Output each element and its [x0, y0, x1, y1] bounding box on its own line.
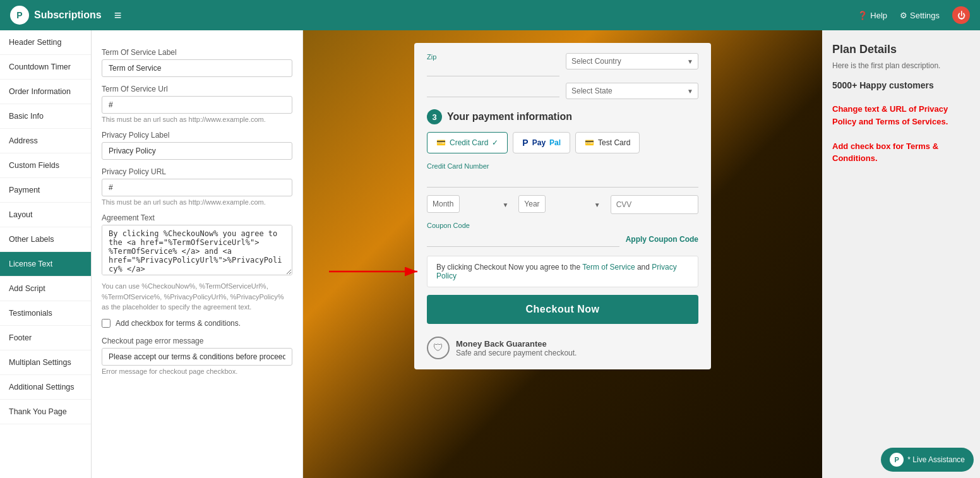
- guarantee-title: Money Back Guarantee: [456, 339, 577, 349]
- shield-icon: 🛡: [427, 337, 450, 359]
- tos-url-input[interactable]: [102, 96, 292, 114]
- privacy-label-input[interactable]: [102, 142, 292, 160]
- coupon-field: Coupon Code: [427, 222, 619, 247]
- sidebar-item-payment[interactable]: Payment: [0, 178, 91, 203]
- sidebar-item-add-script[interactable]: Add Script: [0, 277, 91, 301]
- guarantee-text: Safe and secure payment checkout.: [456, 349, 577, 357]
- year-select[interactable]: Year: [518, 195, 546, 213]
- sidebar-item-address[interactable]: Address: [0, 129, 91, 153]
- app-logo: P Subscriptions ≡: [10, 6, 858, 25]
- test-card-icon: 💳: [585, 138, 594, 147]
- agreement-container: By clicking Checkout Now you agree to th…: [427, 256, 698, 287]
- top-navigation: P Subscriptions ≡ ❓ Help ⚙ Settings ⏻: [0, 0, 980, 30]
- credit-card-label: Credit Card: [450, 138, 488, 147]
- country-select[interactable]: Select Country: [566, 53, 698, 69]
- agreement-text-input[interactable]: By clicking %CheckouNow% you agree to th…: [102, 225, 292, 275]
- sidebar-item-license-text[interactable]: License Text: [0, 252, 91, 277]
- annotation-line1: Change text & URL of Privacy: [832, 104, 948, 114]
- sidebar-item-basic-info[interactable]: Basic Info: [0, 104, 91, 129]
- terms-checkbox-label: Add checkbox for terms & conditions.: [116, 319, 241, 328]
- zip-input[interactable]: [427, 62, 559, 76]
- coupon-row: Coupon Code Apply Coupon Code: [427, 222, 698, 247]
- sidebar-item-thank-you-page[interactable]: Thank You Page: [0, 400, 91, 424]
- live-assist-icon: P: [890, 453, 904, 467]
- sidebar-item-testimonials[interactable]: Testimonials: [0, 301, 91, 326]
- year-select-wrapper: Year: [518, 195, 605, 214]
- month-select-wrapper: Month: [427, 195, 513, 214]
- live-assist-label: * Live Assistance: [907, 455, 965, 464]
- expiry-cvv-row: Month Year ⬜: [427, 195, 698, 214]
- hamburger-icon[interactable]: ≡: [114, 8, 122, 23]
- coupon-input[interactable]: [427, 231, 619, 247]
- tab-paypal[interactable]: P PayPal: [513, 132, 570, 153]
- sidebar-item-order-information[interactable]: Order Information: [0, 80, 91, 104]
- tab-credit-card[interactable]: 💳 Credit Card ✓: [427, 132, 508, 153]
- annotation-line4: Add check box for Terms &: [832, 141, 938, 151]
- agreement-text-prefix: By clicking Checkout Now you agree to th…: [436, 263, 582, 272]
- sidebar-item-additional-settings[interactable]: Additional Settings: [0, 375, 91, 400]
- checkout-error-input[interactable]: [102, 348, 292, 366]
- privacy-url-hint: This must be an url such as http://www.e…: [102, 198, 292, 206]
- privacy-label-title: Privacy Policy Label: [102, 131, 292, 140]
- tos-label-input[interactable]: [102, 59, 292, 77]
- agreement-tos-link[interactable]: Term of Service: [582, 263, 635, 272]
- privacy-url-title: Privacy Policy URL: [102, 167, 292, 176]
- cc-number-input[interactable]: [427, 172, 698, 188]
- nav-actions: ❓ Help ⚙ Settings ⏻: [858, 6, 970, 24]
- payment-tabs: 💳 Credit Card ✓ P PayPal 💳 Test Card: [427, 132, 698, 153]
- terms-checkbox[interactable]: [102, 319, 111, 328]
- sidebar-item-custom-fields[interactable]: Custom Fields: [0, 153, 91, 178]
- checkout-form: Zip Select Country: [414, 43, 711, 369]
- sidebar-item-footer[interactable]: Footer: [0, 326, 91, 350]
- checkout-error-hint: Error message for checkout page checkbox…: [102, 367, 292, 375]
- annotation-line5: Conditions.: [832, 153, 878, 163]
- payment-title-text: Your payment information: [447, 111, 572, 122]
- app-name: Subscriptions: [34, 9, 102, 21]
- zip-label: Zip: [427, 53, 559, 61]
- sidebar-item-other-labels[interactable]: Other Labels: [0, 227, 91, 252]
- agreement-text-title: Agreement Text: [102, 213, 292, 222]
- coupon-label: Coupon Code: [427, 222, 619, 229]
- credit-card-check-icon: ✓: [492, 138, 498, 147]
- state-select[interactable]: Select State: [566, 83, 698, 99]
- address-bottom-row: Select State: [427, 83, 698, 99]
- cvv-input[interactable]: [611, 196, 698, 213]
- main-layout: Header Setting Countdown Timer Order Inf…: [0, 30, 980, 478]
- tos-url-hint: This must be an url such as http://www.e…: [102, 116, 292, 123]
- zip2-field: [427, 83, 559, 99]
- settings-panel: Term Of Service Label Term Of Service Ur…: [92, 30, 303, 478]
- guarantee-info: Money Back Guarantee Safe and secure pay…: [456, 339, 577, 357]
- tab-test-card[interactable]: 💳 Test Card: [575, 132, 640, 153]
- month-select[interactable]: Month: [427, 195, 460, 213]
- apply-coupon-link[interactable]: Apply Coupon Code: [626, 235, 698, 247]
- sidebar-item-countdown-timer[interactable]: Countdown Timer: [0, 55, 91, 80]
- preview-panel: Zip Select Country: [303, 30, 822, 478]
- zip2-input[interactable]: [427, 83, 559, 97]
- settings-link[interactable]: ⚙ Settings: [900, 11, 940, 20]
- help-link[interactable]: ❓ Help: [858, 11, 887, 20]
- privacy-url-input[interactable]: [102, 179, 292, 196]
- guarantee-row: 🛡 Money Back Guarantee Safe and secure p…: [427, 337, 698, 359]
- address-top-row: Zip Select Country: [427, 53, 698, 76]
- state-field: Select State: [566, 83, 698, 99]
- plan-description: Here is the first plan description.: [832, 61, 970, 70]
- paypal-label2: Pal: [549, 138, 561, 147]
- credit-card-icon: 💳: [436, 138, 446, 147]
- sidebar: Header Setting Countdown Timer Order Inf…: [0, 30, 92, 478]
- zip-field: Zip: [427, 53, 559, 76]
- checkout-button[interactable]: Checkout Now: [427, 295, 698, 324]
- power-button[interactable]: ⏻: [952, 6, 970, 24]
- happy-customers: 5000+ Happy customers: [832, 80, 970, 90]
- annotation-block: Change text & URL of Privacy Policy and …: [832, 103, 970, 165]
- sidebar-item-header-setting[interactable]: Header Setting: [0, 30, 91, 55]
- sidebar-item-layout[interactable]: Layout: [0, 203, 91, 227]
- annotation-line2: Policy and Terms of Services.: [832, 117, 948, 126]
- step-number: 3: [427, 109, 442, 124]
- agreement-text-box: By clicking Checkout Now you agree to th…: [427, 256, 698, 287]
- sidebar-item-multiplan-settings[interactable]: Multiplan Settings: [0, 350, 91, 375]
- arrow-graphic: [329, 262, 424, 281]
- gear-icon: ⚙: [900, 11, 907, 20]
- live-assistance-bar[interactable]: P * Live Assistance: [881, 448, 974, 472]
- paypal-icon: P: [522, 138, 528, 148]
- country-select-wrapper: Select Country: [566, 53, 698, 69]
